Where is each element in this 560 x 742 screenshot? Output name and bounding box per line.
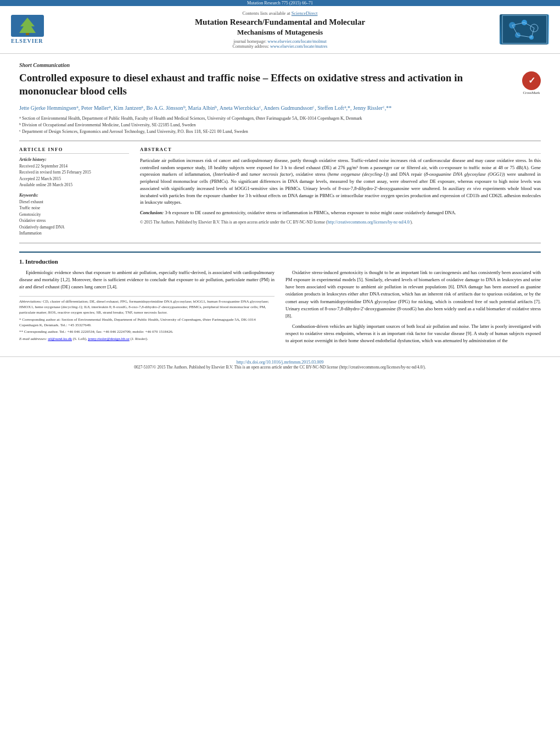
cc-license-link[interactable]: http://creativecommons.org/licenses/by-n… xyxy=(327,220,410,225)
article-info-header: ARTICLE INFO xyxy=(19,147,129,154)
body-section: 1. Introduction Epidemiologic evidence s… xyxy=(19,252,541,348)
email-label: E-mail addresses: xyxy=(19,337,47,341)
abbreviations-text: CD, cluster of differentiation; DE, dies… xyxy=(19,299,269,315)
elsevier-tree-icon xyxy=(11,15,44,37)
affiliation-b: ᵇ Division of Occupational and Environme… xyxy=(19,122,541,129)
keyword-2: Genotoxicity xyxy=(19,212,129,218)
conclusion-label: Conclusion: xyxy=(140,210,164,215)
mutation-research-logo xyxy=(500,14,549,44)
journal-logo-right xyxy=(489,14,549,44)
elsevier-text: ELSEVIER xyxy=(11,38,43,44)
main-content: Short Communication Controlled exposure … xyxy=(0,54,560,356)
body-col-right: Oxidative stress-induced genotoxicity is… xyxy=(285,269,541,348)
affiliation-c: ᶜ Department of Design Sciences, Ergonom… xyxy=(19,129,541,135)
journal-homepage: journal homepage: www.elsevier.com/locat… xyxy=(71,39,489,44)
corresponding1: * Corresponding author at: Section of En… xyxy=(19,317,275,328)
intro-right-para1: Oxidative stress-induced genotoxicity is… xyxy=(285,269,541,320)
gene2: tumor necrosis factor xyxy=(250,171,292,177)
received-date: Received 22 September 2014 xyxy=(19,164,129,170)
ex-vivo: ex vivo xyxy=(467,186,481,191)
crossmark-label: CrossMark xyxy=(522,91,541,95)
affiliations: ᵃ Section of Environmental Health, Depar… xyxy=(19,115,541,135)
abstract-column: ABSTRACT Particulate air pollution incre… xyxy=(140,147,541,237)
crossmark-badge: ✓ CrossMark xyxy=(522,71,541,95)
available-date: Available online 28 March 2015 xyxy=(19,182,129,188)
keyword-0: Diesel exhaust xyxy=(19,199,129,205)
journal-header: ELSEVIER Contents lists available at Sci… xyxy=(0,6,560,54)
intro-para1: Epidemiologic evidence shows that exposu… xyxy=(19,269,275,291)
journal-title-line1: Mutation Research/Fundamental and Molecu… xyxy=(71,17,489,28)
sciencedirect-link[interactable]: ScienceDirect xyxy=(292,10,318,16)
gene1: Interleukin-8 xyxy=(215,171,239,177)
keyword-3: Oxidative stress xyxy=(19,218,129,224)
article-title: Controlled exposure to diesel exhaust an… xyxy=(19,71,469,98)
abstract-body: Particulate air pollution increases risk… xyxy=(140,157,541,226)
page: Mutation Research 775 (2015) 66–71 ELSEV… xyxy=(0,0,560,742)
authors: Jette Gjerke Hemmingsenᵃ, Peter Møllerᵃ,… xyxy=(19,104,541,112)
keywords-label: Keywords: xyxy=(19,193,129,198)
email-link-1[interactable]: stl@sund.ku.dk xyxy=(48,337,72,341)
doi-line: http://dx.doi.org/10.1016/j.mrfmmm.2015.… xyxy=(19,360,541,365)
body-columns: Epidemiologic evidence shows that exposu… xyxy=(19,269,541,348)
bottom-bar: http://dx.doi.org/10.1016/j.mrfmmm.2015.… xyxy=(0,356,560,372)
doi-link[interactable]: http://dx.doi.org/10.1016/j.mrfmmm.2015.… xyxy=(237,360,324,365)
elsevier-logo: ELSEVIER xyxy=(11,15,71,44)
divider-top xyxy=(19,141,541,141)
mutation-bar-text: Mutation Research 775 (2015) 66–71 xyxy=(247,1,313,5)
info-abstract-columns: ARTICLE INFO Article history: Received 2… xyxy=(19,147,541,237)
keyword-1: Traffic noise xyxy=(19,205,129,211)
body-col-left: Epidemiologic evidence shows that exposu… xyxy=(19,269,275,348)
svg-rect-2 xyxy=(26,33,29,35)
crossmark-icon: ✓ xyxy=(528,75,535,86)
gene4: 8-oxoguanine DNA glycosylase (OGG1) xyxy=(425,171,503,177)
svg-rect-3 xyxy=(501,14,548,44)
journal-links: journal homepage: www.elsevier.com/locat… xyxy=(71,39,489,49)
issn-line: 0027-5107/© 2015 The Authors. Published … xyxy=(19,365,541,370)
footnote-abbreviations: Abbreviations: CD, cluster of differenti… xyxy=(19,299,275,342)
abbreviations-label: Abbreviations: xyxy=(19,299,42,304)
authors-text: Jette Gjerke Hemmingsenᵃ, Peter Møllerᵃ,… xyxy=(19,105,391,111)
revised-date: Received in revised form 25 February 201… xyxy=(19,170,129,176)
footnotes: Abbreviations: CD, cluster of differenti… xyxy=(19,296,275,342)
keyword-4: Oxidatively damaged DNA xyxy=(19,225,129,231)
open-access-note: © 2015 The Authors. Published by Elsevie… xyxy=(140,220,541,226)
contents-available-text: Contents lists available at ScienceDirec… xyxy=(71,10,489,16)
divider-body xyxy=(19,243,541,243)
email-line: E-mail addresses: stl@sund.ku.dk (S. Lof… xyxy=(19,337,275,342)
corresponding2: ** Corresponding author. Tel.: +46 046 2… xyxy=(19,330,275,335)
article-info-column: ARTICLE INFO Article history: Received 2… xyxy=(19,147,129,237)
section-label: Introduction xyxy=(25,258,58,265)
article-history-label: Article history: xyxy=(19,157,129,162)
accepted-date: Accepted 22 March 2015 xyxy=(19,176,129,182)
abstract-para: Particulate air pollution increases risk… xyxy=(140,157,541,206)
intro-section-title: 1. Introduction xyxy=(19,258,541,265)
emails-text: stl@sund.ku.dk (S. Loft), jenny.rissler@… xyxy=(48,337,148,341)
article-type: Short Communication xyxy=(19,62,541,68)
intro-text-right: Oxidative stress-induced genotoxicity is… xyxy=(285,269,541,345)
homepage-link[interactable]: www.elsevier.com/locate/molmut xyxy=(267,39,326,44)
affiliation-a: ᵃ Section of Environmental Health, Depar… xyxy=(19,115,541,122)
gene3: heme oxygenase (decycling-1) xyxy=(329,171,387,177)
title-area: Controlled exposure to diesel exhaust an… xyxy=(19,71,541,98)
abstract-header: ABSTRACT xyxy=(140,147,541,154)
elsevier-logo-area: ELSEVIER xyxy=(11,15,71,44)
community-address: Community address: www.elsevier.com/loca… xyxy=(71,44,489,49)
community-link[interactable]: www.elsevier.com/locate/mutres xyxy=(270,44,327,49)
journal-info-center: Contents lists available at ScienceDirec… xyxy=(71,10,489,49)
conclusion-para: Conclusion: 3-h exposure to DE caused no… xyxy=(140,209,541,216)
intro-text-left: Epidemiologic evidence shows that exposu… xyxy=(19,269,275,291)
mutation-bar: Mutation Research 775 (2015) 66–71 xyxy=(0,0,560,6)
journal-title-line2: Mechanisms of Mutagenesis xyxy=(71,28,489,37)
section-number: 1. xyxy=(19,258,24,265)
intro-right-para2: Combustion-driven vehicles are highly im… xyxy=(285,323,541,345)
email-link-2[interactable]: jenny.rissler@design.lth.se xyxy=(88,337,129,341)
keyword-5: Inflammation xyxy=(19,231,129,237)
